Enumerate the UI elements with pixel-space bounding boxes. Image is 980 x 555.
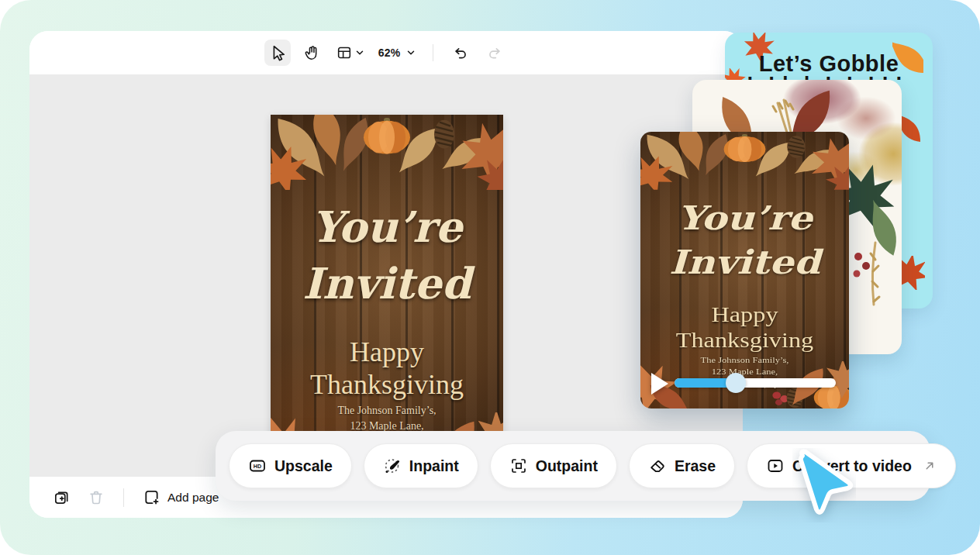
undo-button[interactable] xyxy=(447,40,474,66)
footer-divider xyxy=(123,488,124,507)
poster-script-line2: Invited xyxy=(271,255,503,312)
poster-title-line2: Thanksgiving xyxy=(640,328,849,353)
eraser-icon xyxy=(648,457,667,475)
erase-label: Erase xyxy=(675,457,716,475)
outpaint-icon xyxy=(509,457,528,475)
add-page-button[interactable]: Add page xyxy=(143,488,219,506)
upscale-button[interactable]: HD Upscale xyxy=(229,443,352,488)
poster-page-main[interactable]: You’re Invited Happy Thanksgiving The Jo… xyxy=(271,115,503,474)
frame-tool-button[interactable] xyxy=(333,40,368,66)
poster-title-line2: Thanksgiving xyxy=(271,369,503,402)
chevron-down-icon xyxy=(406,48,416,57)
add-page-label: Add page xyxy=(167,491,219,505)
zoom-level-value: 62% xyxy=(378,47,401,59)
redo-button[interactable] xyxy=(481,40,508,66)
outpaint-label: Outpaint xyxy=(536,457,598,475)
hand-icon xyxy=(303,44,320,61)
app-screenshot: 62% xyxy=(0,0,980,555)
poster-detail-host: The Johnson Family’s, xyxy=(640,354,849,367)
video-poster-text: You’re Invited Happy Thanksgiving The Jo… xyxy=(640,132,849,408)
video-progress-track[interactable] xyxy=(675,378,836,388)
poster-artwork: You’re Invited Happy Thanksgiving The Jo… xyxy=(271,115,503,474)
template-card-subtitle-fragment: I. Ll. l. I. I. LLI. xyxy=(747,72,911,80)
erase-button[interactable]: Erase xyxy=(629,443,735,488)
zoom-level-control[interactable]: 62% xyxy=(375,40,419,66)
poster-script-line1: You’re xyxy=(640,196,849,240)
top-toolbar: 62% xyxy=(29,31,743,74)
poster-text: You’re Invited Happy Thanksgiving The Jo… xyxy=(271,115,503,474)
undo-icon xyxy=(452,44,469,61)
video-progress-thumb[interactable] xyxy=(726,373,746,393)
redo-icon xyxy=(486,44,503,61)
poster-script-line1: You’re xyxy=(271,198,503,255)
hand-tool-button[interactable] xyxy=(298,40,325,66)
svg-text:HD: HD xyxy=(254,463,261,470)
design-canvas[interactable]: You’re Invited Happy Thanksgiving The Jo… xyxy=(29,74,743,477)
external-link-arrow-icon xyxy=(923,459,937,473)
chevron-down-icon xyxy=(355,48,364,57)
poster-script-line2: Invited xyxy=(640,240,849,284)
add-page-icon xyxy=(143,488,160,506)
inpaint-label: Inpaint xyxy=(409,457,459,475)
trash-icon[interactable] xyxy=(88,489,105,506)
video-play-icon xyxy=(766,457,785,475)
select-tool-button[interactable] xyxy=(264,40,291,66)
video-preview-card[interactable]: You’re Invited Happy Thanksgiving The Jo… xyxy=(640,132,849,408)
poster-title-line1: Happy xyxy=(271,336,503,369)
frame-icon xyxy=(336,44,353,61)
inpaint-button[interactable]: Inpaint xyxy=(364,443,478,488)
duplicate-page-icon[interactable] xyxy=(53,488,71,506)
video-poster-artwork: You’re Invited Happy Thanksgiving The Jo… xyxy=(640,132,849,408)
cursor-pointer xyxy=(792,448,856,522)
hd-icon: HD xyxy=(248,457,267,475)
video-controls xyxy=(640,371,849,398)
poster-title-line1: Happy xyxy=(640,303,849,328)
inpaint-icon xyxy=(383,457,402,475)
play-button[interactable] xyxy=(651,373,668,395)
outpaint-button[interactable]: Outpaint xyxy=(490,443,617,488)
upscale-label: Upscale xyxy=(274,457,333,475)
poster-detail-host: The Johnson Family’s, xyxy=(271,403,503,419)
toolbar-divider xyxy=(433,44,433,61)
cursor-icon xyxy=(269,44,286,61)
